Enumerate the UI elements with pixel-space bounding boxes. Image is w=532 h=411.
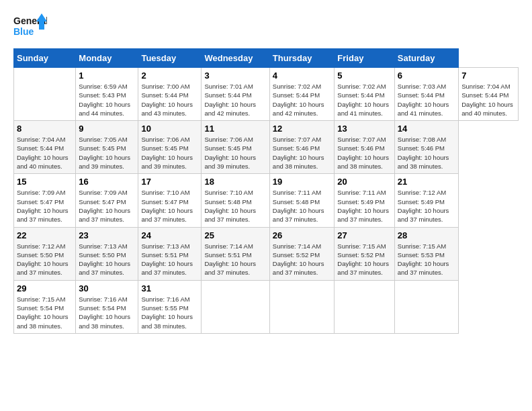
- col-header-thursday: Thursday: [269, 49, 335, 68]
- day-info: Sunrise: 7:15 AMSunset: 5:54 PMDaylight:…: [17, 295, 73, 330]
- day-number: 25: [204, 230, 266, 240]
- day-cell-6: 6Sunrise: 7:03 AMSunset: 5:44 PMDaylight…: [394, 68, 458, 121]
- logo-svg: General Blue: [13, 12, 47, 40]
- day-cell-20: 20Sunrise: 7:11 AMSunset: 5:49 PMDayligh…: [335, 174, 394, 227]
- day-number: 24: [141, 230, 198, 240]
- day-number: 22: [17, 230, 73, 240]
- day-cell-13: 13Sunrise: 7:07 AMSunset: 5:46 PMDayligh…: [335, 121, 394, 174]
- header: General Blue: [13, 12, 519, 40]
- day-number: 27: [337, 230, 391, 240]
- day-number: 7: [461, 71, 515, 81]
- day-number: 12: [273, 124, 332, 134]
- day-info: Sunrise: 7:10 AMSunset: 5:48 PMDaylight:…: [204, 188, 266, 224]
- day-cell-empty: [335, 280, 394, 333]
- day-info: Sunrise: 7:16 AMSunset: 5:54 PMDaylight:…: [79, 295, 135, 330]
- day-cell-4: 4Sunrise: 7:02 AMSunset: 5:44 PMDaylight…: [269, 68, 335, 121]
- day-number: 23: [79, 230, 135, 240]
- day-cell-1: 1Sunrise: 6:59 AMSunset: 5:43 PMDaylight…: [76, 68, 138, 121]
- day-cell-28: 28Sunrise: 7:15 AMSunset: 5:53 PMDayligh…: [394, 227, 458, 280]
- day-cell-25: 25Sunrise: 7:14 AMSunset: 5:51 PMDayligh…: [202, 227, 269, 280]
- day-info: Sunrise: 7:01 AMSunset: 5:44 PMDaylight:…: [204, 82, 266, 118]
- day-info: Sunrise: 7:15 AMSunset: 5:53 PMDaylight:…: [398, 242, 455, 277]
- day-info: Sunrise: 7:14 AMSunset: 5:52 PMDaylight:…: [273, 242, 332, 277]
- day-info: Sunrise: 7:02 AMSunset: 5:44 PMDaylight:…: [337, 82, 391, 118]
- day-cell-10: 10Sunrise: 7:06 AMSunset: 5:45 PMDayligh…: [138, 121, 202, 174]
- day-cell-18: 18Sunrise: 7:10 AMSunset: 5:48 PMDayligh…: [202, 174, 269, 227]
- day-cell-30: 30Sunrise: 7:16 AMSunset: 5:54 PMDayligh…: [76, 280, 138, 333]
- week-row-3: 15Sunrise: 7:09 AMSunset: 5:47 PMDayligh…: [14, 174, 519, 227]
- svg-text:Blue: Blue: [13, 26, 34, 37]
- header-row: SundayMondayTuesdayWednesdayThursdayFrid…: [14, 49, 519, 68]
- week-row-5: 29Sunrise: 7:15 AMSunset: 5:54 PMDayligh…: [14, 280, 519, 333]
- day-cell-empty: [202, 280, 269, 333]
- day-info: Sunrise: 7:08 AMSunset: 5:46 PMDaylight:…: [398, 135, 455, 171]
- day-info: Sunrise: 7:06 AMSunset: 5:45 PMDaylight:…: [141, 135, 198, 171]
- day-info: Sunrise: 7:05 AMSunset: 5:45 PMDaylight:…: [79, 135, 135, 171]
- day-number: 1: [79, 71, 135, 81]
- day-cell-15: 15Sunrise: 7:09 AMSunset: 5:47 PMDayligh…: [14, 174, 76, 227]
- day-cell-29: 29Sunrise: 7:15 AMSunset: 5:54 PMDayligh…: [14, 280, 76, 333]
- page-container: General Blue SundayMondayTuesdayWednesda…: [0, 0, 532, 340]
- day-info: Sunrise: 7:16 AMSunset: 5:55 PMDaylight:…: [141, 295, 198, 330]
- day-info: Sunrise: 7:09 AMSunset: 5:47 PMDaylight:…: [17, 188, 73, 224]
- day-number: 4: [273, 71, 332, 81]
- col-header-monday: Monday: [76, 49, 138, 68]
- day-number: 31: [141, 283, 198, 293]
- day-number: 9: [79, 124, 135, 134]
- day-info: Sunrise: 7:02 AMSunset: 5:44 PMDaylight:…: [273, 82, 332, 118]
- day-number: 19: [273, 177, 332, 187]
- day-info: Sunrise: 7:00 AMSunset: 5:44 PMDaylight:…: [141, 82, 198, 118]
- day-number: 26: [273, 230, 332, 240]
- day-info: Sunrise: 7:04 AMSunset: 5:44 PMDaylight:…: [17, 135, 73, 171]
- day-cell-27: 27Sunrise: 7:15 AMSunset: 5:52 PMDayligh…: [335, 227, 394, 280]
- day-info: Sunrise: 7:12 AMSunset: 5:50 PMDaylight:…: [17, 242, 73, 277]
- week-row-2: 8Sunrise: 7:04 AMSunset: 5:44 PMDaylight…: [14, 121, 519, 174]
- calendar-table: SundayMondayTuesdayWednesdayThursdayFrid…: [13, 48, 519, 334]
- day-number: 6: [398, 71, 455, 81]
- day-number: 29: [17, 283, 73, 293]
- day-number: 20: [337, 177, 391, 187]
- day-info: Sunrise: 6:59 AMSunset: 5:43 PMDaylight:…: [79, 82, 135, 118]
- day-cell-31: 31Sunrise: 7:16 AMSunset: 5:55 PMDayligh…: [138, 280, 202, 333]
- day-info: Sunrise: 7:10 AMSunset: 5:47 PMDaylight:…: [141, 188, 198, 224]
- day-info: Sunrise: 7:07 AMSunset: 5:46 PMDaylight:…: [337, 135, 391, 171]
- day-number: 8: [17, 124, 73, 134]
- day-cell-7: 7Sunrise: 7:04 AMSunset: 5:44 PMDaylight…: [459, 68, 519, 121]
- day-number: 13: [337, 124, 391, 134]
- day-number: 10: [141, 124, 198, 134]
- logo: General Blue: [13, 12, 47, 40]
- day-number: 3: [204, 71, 266, 81]
- day-info: Sunrise: 7:09 AMSunset: 5:47 PMDaylight:…: [79, 188, 135, 224]
- day-number: 18: [204, 177, 266, 187]
- day-number: 16: [79, 177, 135, 187]
- col-header-friday: Friday: [335, 49, 394, 68]
- day-number: 30: [79, 283, 135, 293]
- day-info: Sunrise: 7:11 AMSunset: 5:49 PMDaylight:…: [337, 188, 391, 224]
- day-cell-21: 21Sunrise: 7:12 AMSunset: 5:49 PMDayligh…: [394, 174, 458, 227]
- day-info: Sunrise: 7:03 AMSunset: 5:44 PMDaylight:…: [398, 82, 455, 118]
- col-header-saturday: Saturday: [394, 49, 458, 68]
- day-info: Sunrise: 7:07 AMSunset: 5:46 PMDaylight:…: [273, 135, 332, 171]
- col-header-tuesday: Tuesday: [138, 49, 202, 68]
- day-cell-26: 26Sunrise: 7:14 AMSunset: 5:52 PMDayligh…: [269, 227, 335, 280]
- day-cell-12: 12Sunrise: 7:07 AMSunset: 5:46 PMDayligh…: [269, 121, 335, 174]
- day-cell-empty: [394, 280, 458, 333]
- empty-cell: [14, 68, 76, 121]
- day-cell-17: 17Sunrise: 7:10 AMSunset: 5:47 PMDayligh…: [138, 174, 202, 227]
- day-cell-11: 11Sunrise: 7:06 AMSunset: 5:45 PMDayligh…: [202, 121, 269, 174]
- day-info: Sunrise: 7:06 AMSunset: 5:45 PMDaylight:…: [204, 135, 266, 171]
- day-info: Sunrise: 7:04 AMSunset: 5:44 PMDaylight:…: [461, 82, 515, 118]
- day-cell-empty: [269, 280, 335, 333]
- day-info: Sunrise: 7:14 AMSunset: 5:51 PMDaylight:…: [204, 242, 266, 277]
- day-number: 15: [17, 177, 73, 187]
- day-cell-5: 5Sunrise: 7:02 AMSunset: 5:44 PMDaylight…: [335, 68, 394, 121]
- day-number: 28: [398, 230, 455, 240]
- col-header-sunday: Sunday: [14, 49, 76, 68]
- day-number: 14: [398, 124, 455, 134]
- day-cell-14: 14Sunrise: 7:08 AMSunset: 5:46 PMDayligh…: [394, 121, 458, 174]
- day-cell-24: 24Sunrise: 7:13 AMSunset: 5:51 PMDayligh…: [138, 227, 202, 280]
- day-number: 11: [204, 124, 266, 134]
- day-info: Sunrise: 7:12 AMSunset: 5:49 PMDaylight:…: [398, 188, 455, 224]
- day-number: 17: [141, 177, 198, 187]
- day-cell-22: 22Sunrise: 7:12 AMSunset: 5:50 PMDayligh…: [14, 227, 76, 280]
